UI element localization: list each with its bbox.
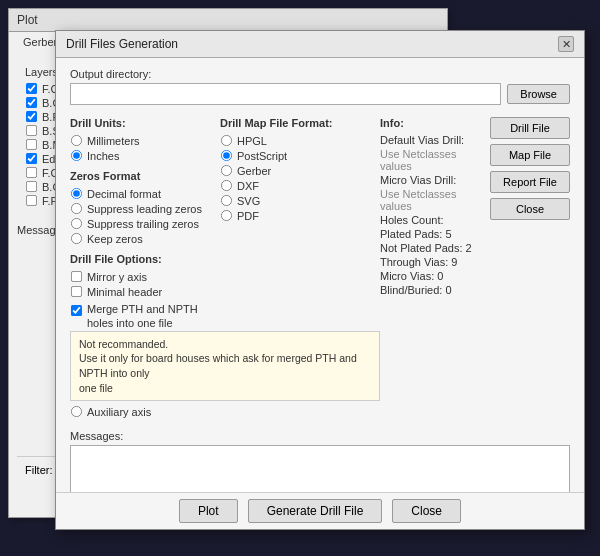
report-file-button[interactable]: Report File xyxy=(490,171,570,193)
drill-map-column: Drill Map File Format: HPGL PostScript G… xyxy=(220,117,370,420)
browse-button[interactable]: Browse xyxy=(507,84,570,104)
unit-inches[interactable]: Inches xyxy=(70,149,210,162)
drill-bottom-buttons: Plot Generate Drill File Close xyxy=(56,492,584,529)
map-postscript[interactable]: PostScript xyxy=(220,149,370,162)
drill-bottom-close-button[interactable]: Close xyxy=(392,499,461,523)
drill-messages-label: Messages: xyxy=(70,430,570,442)
plot-title-bar: Plot xyxy=(9,9,447,32)
drill-title-bar: Drill Files Generation ✕ xyxy=(56,31,584,58)
unit-millimeters[interactable]: Millimeters xyxy=(70,134,210,147)
drill-dialog: Drill Files Generation ✕ Output director… xyxy=(55,30,585,530)
map-pdf[interactable]: PDF xyxy=(220,209,370,222)
info-micro-vias-count: Micro Vias: 0 xyxy=(380,270,474,282)
map-hpgl[interactable]: HPGL xyxy=(220,134,370,147)
drill-dialog-title: Drill Files Generation xyxy=(66,37,178,51)
drill-content: Output directory: Browse Drill Units: Mi… xyxy=(56,58,584,510)
zeros-format-drill-label: Zeros Format xyxy=(70,170,210,182)
map-dxf[interactable]: DXF xyxy=(220,179,370,192)
info-use-netclasses-microvias: Use Netclasses values xyxy=(380,188,474,212)
info-use-netclasses-vias: Use Netclasses values xyxy=(380,148,474,172)
filter-label: Filter: xyxy=(25,464,53,476)
map-gerber[interactable]: Gerber xyxy=(220,164,370,177)
dzeros-decimal[interactable]: Decimal format xyxy=(70,187,210,200)
drill-messages-section: Messages: xyxy=(70,430,570,500)
dzeros-suppress-trailing[interactable]: Suppress trailing zeros xyxy=(70,217,210,230)
drill-units-column: Drill Units: Millimeters Inches Zeros Fo… xyxy=(70,117,210,420)
info-micro-vias: Micro Vias Drill: xyxy=(380,174,474,186)
info-not-plated-pads: Not Plated Pads: 2 xyxy=(380,242,474,254)
output-dir-row: Browse xyxy=(70,83,570,105)
info-holes-count: Holes Count: xyxy=(380,214,474,226)
map-svg[interactable]: SVG xyxy=(220,194,370,207)
output-directory-input[interactable] xyxy=(70,83,501,105)
info-column: Info: Default Vias Drill: Use Netclasses… xyxy=(380,117,570,420)
dzeros-keep[interactable]: Keep zeros xyxy=(70,232,210,245)
drill-bottom-plot-button[interactable]: Plot xyxy=(179,499,238,523)
action-buttons-group: Drill File Map File Report File Close xyxy=(490,117,570,298)
drill-file-options-label: Drill File Options: xyxy=(70,253,210,265)
info-label: Info: xyxy=(380,117,474,129)
drill-bottom-generate-button[interactable]: Generate Drill File xyxy=(248,499,383,523)
option-minimal-header[interactable]: Minimal header xyxy=(70,285,210,298)
dzeros-suppress-leading[interactable]: Suppress leading zeros xyxy=(70,202,210,215)
drill-units-label: Drill Units: xyxy=(70,117,210,129)
option-auxiliary-axis[interactable]: Auxiliary axis xyxy=(70,405,210,418)
output-directory-label: Output directory: xyxy=(70,68,570,80)
drill-close-x-button[interactable]: ✕ xyxy=(558,36,574,52)
info-blind-buried: Blind/Buried: 0 xyxy=(380,284,474,296)
drill-dialog-close-button[interactable]: Close xyxy=(490,198,570,220)
plot-title: Plot xyxy=(17,13,38,27)
map-file-button[interactable]: Map File xyxy=(490,144,570,166)
option-merge-pth-npth[interactable]: Merge PTH and NPTH holes into one file xyxy=(70,302,210,331)
main-options-columns: Drill Units: Millimeters Inches Zeros Fo… xyxy=(70,117,570,420)
info-default-vias: Default Vias Drill: xyxy=(380,134,474,146)
info-through-vias: Through Vias: 9 xyxy=(380,256,474,268)
drill-file-button[interactable]: Drill File xyxy=(490,117,570,139)
info-section: Info: Default Vias Drill: Use Netclasses… xyxy=(380,117,474,298)
info-plated-pads: Plated Pads: 5 xyxy=(380,228,474,240)
drill-map-label: Drill Map File Format: xyxy=(220,117,370,129)
option-mirror-y[interactable]: Mirror y axis xyxy=(70,270,210,283)
